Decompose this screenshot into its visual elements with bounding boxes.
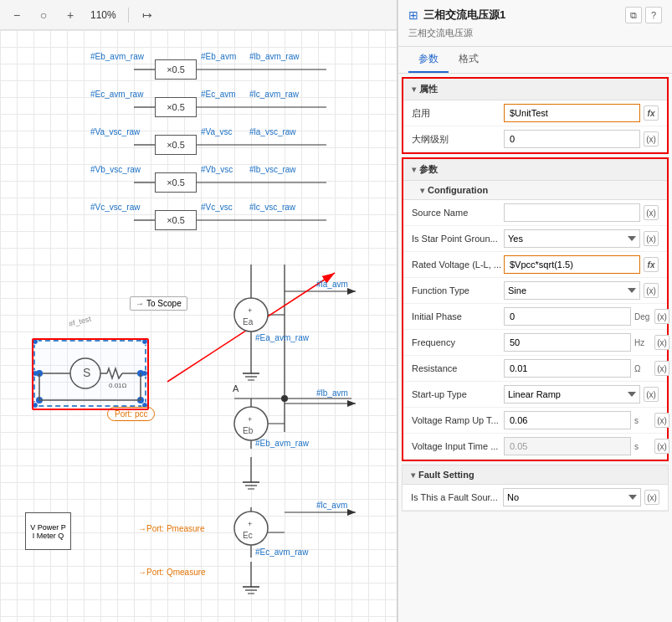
port-pmeasure[interactable]: →Port: Pmeasure (138, 522, 204, 534)
block-vc-vsc[interactable]: ×0.5 (155, 210, 197, 230)
parameters-section-header[interactable]: ▾ 参数 (403, 159, 667, 181)
prop-select-star-point[interactable]: Yes No (504, 229, 640, 248)
copy-button[interactable]: ⧉ (625, 7, 642, 23)
port-pcc[interactable]: Port: pcc (107, 407, 155, 421)
block-eb-avm[interactable]: ×0.5 (155, 59, 197, 80)
prop-input-frequency[interactable] (504, 333, 631, 352)
block-vb-vsc[interactable]: ×0.5 (155, 172, 197, 193)
parameters-section: ▾ 参数 ▾ Configuration Source Name (x) (402, 157, 669, 461)
prop-input-resistance[interactable] (504, 359, 631, 378)
tab-format[interactable]: 格式 (449, 47, 489, 73)
prop-label-outline: 大纲级别 (412, 133, 504, 146)
prop-row-enable: 启用 fx (403, 100, 667, 126)
zoom-value: 110% (87, 8, 120, 23)
prop-select-startup-type[interactable]: Linear Ramp Instant (504, 385, 640, 404)
ec-source-svg: + Ec (226, 503, 276, 553)
prop-label-source-name: Source Name (412, 208, 504, 218)
zoom-out-icon[interactable]: − (7, 5, 27, 25)
fx-button-enable[interactable]: fx (644, 105, 659, 121)
scope-label: To Scope (146, 299, 182, 308)
parameters-section-title: 参数 (419, 163, 438, 176)
svg-marker-20 (347, 400, 356, 407)
configuration-title: Configuration (428, 185, 488, 195)
label-vc-vsc: #Vc_vsc (201, 203, 233, 212)
x-btn-star-point[interactable]: (x) (644, 231, 659, 246)
prop-input-voltage-ramp[interactable] (504, 411, 631, 429)
x-btn-function-type[interactable]: (x) (644, 283, 659, 298)
x-btn-initial-phase[interactable]: (x) (654, 309, 669, 324)
prop-input-enable[interactable] (504, 104, 640, 122)
x-btn-voltage-ramp[interactable]: (x) (654, 413, 669, 428)
x-btn-voltage-input-time[interactable]: (x) (654, 439, 669, 454)
prop-row-initial-phase: Initial Phase Deg (x) (403, 304, 667, 330)
panel-header: ⊞ 三相交流电压源1 ⧉ ? 三相交流电压源 (398, 0, 672, 47)
configuration-header[interactable]: ▾ Configuration (403, 181, 667, 200)
unit-initial-phase: Deg (634, 312, 651, 321)
prop-value-voltage-input-time: s (x) (504, 437, 669, 455)
prop-row-voltage-input-time: Voltage Input Time ... s (x) (403, 434, 667, 460)
prop-input-rated-voltage[interactable] (504, 255, 640, 274)
ea-source-svg: + Ea (226, 290, 276, 340)
prop-value-outline: (x) (504, 130, 659, 148)
prop-select-fault[interactable]: No Yes (503, 488, 641, 506)
label-lc-vsc-raw: #lc_vsc_raw (249, 203, 295, 212)
block-va-vsc[interactable]: ×0.5 (155, 135, 197, 155)
prop-label-function-type: Function Type (412, 285, 504, 296)
svg-text:S: S (83, 366, 90, 379)
chevron-params-icon: ▾ (412, 165, 416, 174)
port-qmeasure[interactable]: →Port: Qmeasure (138, 566, 206, 578)
svg-marker-18 (347, 288, 356, 295)
power-meter-v: V Power P (30, 523, 66, 532)
prop-input-outline[interactable] (504, 130, 640, 148)
x-btn-fault[interactable]: (x) (644, 490, 659, 505)
label-la-avm: #la_avm (316, 280, 348, 289)
svg-text:0.01Ω: 0.01Ω (109, 382, 127, 389)
help-button[interactable]: ? (645, 7, 662, 23)
x-btn-frequency[interactable]: (x) (654, 335, 669, 350)
prop-value-enable: fx (504, 104, 659, 122)
properties-section-header[interactable]: ▾ 属性 (403, 79, 667, 100)
block-ec-avm[interactable]: ×0.5 (155, 97, 197, 117)
prop-select-function-type[interactable]: Sine Cosine (504, 281, 640, 300)
selected-component-box[interactable]: S 0.01Ω (33, 340, 146, 407)
x-btn-resistance[interactable]: (x) (654, 361, 669, 376)
configuration-subsection: ▾ Configuration Source Name (x) Is Star … (403, 181, 667, 460)
fault-section: ▾ Fault Setting Is This a Fault Sour... … (402, 465, 669, 511)
prop-label-voltage-ramp: Voltage Ramp Up T... (412, 415, 504, 425)
prop-value-voltage-ramp: s (x) (504, 411, 669, 429)
prop-row-fault-placeholder: Is This a Fault Sour... No Yes (x) (403, 485, 668, 511)
fault-section-title: Fault Setting (418, 470, 475, 480)
prop-row-star-point: Is Star Point Groun... Yes No (x) (403, 226, 667, 252)
svg-text:+: + (248, 415, 252, 424)
tab-params[interactable]: 参数 (408, 47, 449, 73)
power-meter-block[interactable]: V Power P I Meter Q (25, 512, 71, 550)
panel-body: ▾ 属性 启用 fx 大纲级别 (x) (398, 74, 672, 622)
properties-section: ▾ 属性 启用 fx 大纲级别 (x) (402, 77, 669, 154)
x-button-outline[interactable]: (x) (644, 131, 659, 147)
panel-subtitle: 三相交流电压源 (408, 27, 662, 39)
chevron-fault-icon: ▾ (411, 470, 415, 480)
scope-block[interactable]: → To Scope (130, 296, 187, 311)
canvas-content[interactable]: ×0.5 ×0.5 ×0.5 ×0.5 ×0.5 #Eb_avm_raw #Eb… (0, 30, 398, 622)
label-lc-avm: #lc_avm (316, 501, 347, 510)
fx-btn-rated-voltage[interactable]: fx (644, 257, 659, 272)
x-btn-startup-type[interactable]: (x) (644, 387, 659, 402)
prop-input-source-name[interactable] (504, 203, 640, 222)
panel-title: 三相交流电压源1 (423, 8, 620, 23)
x-btn-source-name[interactable]: (x) (644, 205, 659, 220)
label-eb-avm: #Eb_avm (201, 52, 236, 61)
prop-input-initial-phase[interactable] (504, 307, 631, 326)
right-panel: ⊞ 三相交流电压源1 ⧉ ? 三相交流电压源 参数 格式 ▾ 属性 启用 f (398, 0, 672, 622)
port-pcc-label: Port: pcc (115, 409, 147, 419)
scope-arrow-icon: → (136, 299, 144, 308)
prop-value-initial-phase: Deg (x) (504, 307, 669, 326)
label-va-vsc: #Va_vsc (201, 127, 233, 136)
power-meter-i: I Meter Q (33, 532, 64, 540)
export-icon[interactable]: ↦ (137, 5, 157, 25)
prop-input-voltage-input-time[interactable] (504, 437, 631, 455)
prop-label-fault-placeholder: Is This a Fault Sour... (411, 492, 503, 502)
fault-section-header[interactable]: ▾ Fault Setting (403, 465, 668, 485)
zoom-reset-icon[interactable]: ○ (33, 5, 54, 25)
prop-label-resistance: Resistance (412, 363, 504, 373)
zoom-in-icon[interactable]: + (60, 5, 80, 25)
